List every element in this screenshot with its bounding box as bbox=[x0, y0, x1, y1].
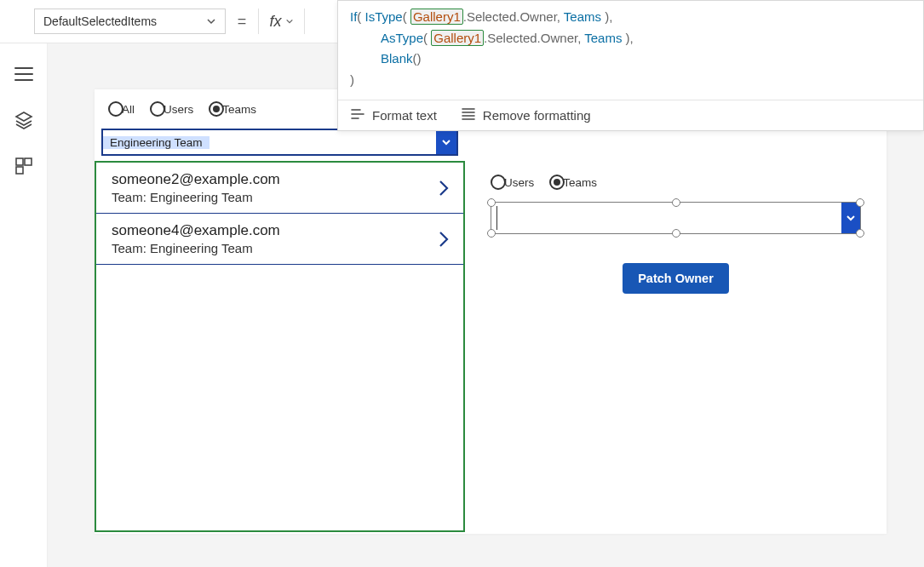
chevron-down-icon bbox=[436, 130, 456, 154]
svg-rect-1 bbox=[25, 158, 32, 165]
format-text-icon bbox=[350, 107, 365, 123]
chevron-down-icon bbox=[206, 16, 216, 26]
radio-teams-right[interactable]: Teams bbox=[549, 175, 597, 190]
app-canvas: All Users Teams Engineering Team bbox=[95, 89, 887, 534]
gallery[interactable]: someone2@example.com Team: Engineering T… bbox=[95, 161, 465, 532]
resize-handle[interactable] bbox=[487, 198, 496, 207]
radio-users-right[interactable]: Users bbox=[491, 175, 534, 190]
gallery-item-team: Team: Engineering Team bbox=[112, 241, 280, 255]
remove-formatting-button[interactable]: Remove formatting bbox=[461, 107, 591, 123]
radio-teams-right-label: Teams bbox=[563, 176, 597, 189]
gallery-item-text: someone2@example.com Team: Engineering T… bbox=[112, 171, 280, 204]
team-dropdown-value: Engineering Team bbox=[103, 136, 209, 149]
svg-rect-0 bbox=[16, 158, 23, 165]
format-text-button[interactable]: Format text bbox=[350, 107, 437, 123]
property-dropdown-label: DefaultSelectedItems bbox=[43, 14, 157, 28]
resize-handle[interactable] bbox=[672, 229, 680, 238]
radio-users-right-label: Users bbox=[504, 176, 534, 189]
gallery-item-email: someone4@example.com bbox=[112, 222, 280, 239]
radio-users-label: Users bbox=[164, 103, 193, 116]
right-filter-radios: Users Teams bbox=[465, 175, 887, 198]
formula-editor[interactable]: If( IsType( Gallery1.Selected.Owner, Tea… bbox=[338, 1, 923, 100]
resize-handle[interactable] bbox=[856, 229, 864, 238]
radio-all[interactable]: All bbox=[108, 101, 135, 117]
remove-formatting-icon bbox=[461, 107, 476, 123]
svg-rect-2 bbox=[16, 167, 23, 174]
resize-handle[interactable] bbox=[856, 198, 864, 207]
team-dropdown[interactable]: Engineering Team bbox=[101, 129, 458, 156]
left-rail bbox=[0, 43, 48, 567]
equals-label: = bbox=[226, 13, 258, 31]
chevron-right-icon[interactable] bbox=[436, 227, 451, 251]
gallery-item-team: Team: Engineering Team bbox=[112, 190, 280, 204]
property-dropdown[interactable]: DefaultSelectedItems bbox=[34, 9, 226, 34]
patch-owner-button[interactable]: Patch Owner bbox=[623, 263, 729, 294]
remove-formatting-label: Remove formatting bbox=[483, 108, 591, 123]
formula-actions: Format text Remove formatting bbox=[338, 100, 923, 130]
gallery-item-text: someone4@example.com Team: Engineering T… bbox=[112, 222, 280, 255]
fx-label: fx bbox=[269, 13, 281, 31]
fx-button[interactable]: fx bbox=[258, 9, 305, 34]
resize-handle[interactable] bbox=[487, 229, 496, 238]
radio-users[interactable]: Users bbox=[150, 101, 193, 117]
text-cursor bbox=[496, 206, 497, 230]
formula-bar-panel: If( IsType( Gallery1.Selected.Owner, Tea… bbox=[337, 0, 924, 131]
gallery-item[interactable]: someone4@example.com Team: Engineering T… bbox=[96, 214, 463, 265]
left-panel: All Users Teams Engineering Team bbox=[95, 89, 465, 532]
hamburger-icon[interactable] bbox=[14, 64, 34, 84]
chevron-right-icon[interactable] bbox=[436, 176, 451, 200]
components-icon[interactable] bbox=[14, 156, 34, 176]
gallery-item[interactable]: someone2@example.com Team: Engineering T… bbox=[96, 163, 463, 214]
gallery-item-email: someone2@example.com bbox=[112, 171, 280, 188]
right-panel: Users Teams Patch Owner bbox=[465, 89, 887, 534]
radio-teams[interactable]: Teams bbox=[209, 101, 256, 117]
resize-handle[interactable] bbox=[672, 198, 680, 207]
chevron-down-icon bbox=[285, 17, 294, 26]
radio-teams-label: Teams bbox=[222, 103, 256, 116]
format-text-label: Format text bbox=[372, 108, 437, 123]
layers-icon[interactable] bbox=[14, 110, 34, 130]
radio-all-label: All bbox=[122, 103, 135, 116]
owner-combobox-selected[interactable] bbox=[491, 202, 861, 234]
